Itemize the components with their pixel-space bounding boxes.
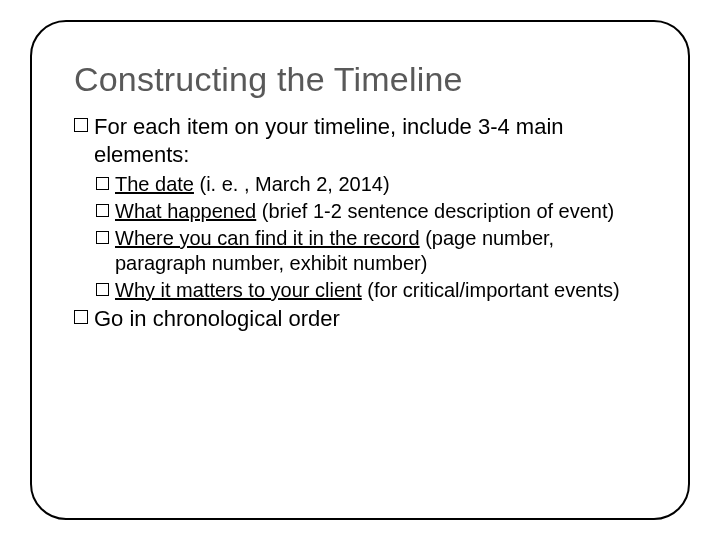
plain-text: (brief 1-2 sentence description of event… <box>256 200 614 222</box>
bullet-sub-2: What happened (brief 1-2 sentence descri… <box>96 199 646 224</box>
checkbox-icon <box>96 231 109 244</box>
checkbox-icon <box>96 283 109 296</box>
underline-text: The date <box>115 173 194 195</box>
checkbox-icon <box>74 310 88 324</box>
bullet-sub-3: Where you can find it in the record (pag… <box>96 226 646 276</box>
bullet-main-1: For each item on your timeline, include … <box>74 113 646 168</box>
bullet-main-2: Go in chronological order <box>74 305 646 333</box>
bullet-text: For each item on your timeline, include … <box>94 113 646 168</box>
underline-text: Why it matters to your client <box>115 279 362 301</box>
underline-text: Where you can find it in the record <box>115 227 420 249</box>
bullet-text: Go in chronological order <box>94 305 646 333</box>
bullet-sub-4: Why it matters to your client (for criti… <box>96 278 646 303</box>
underline-text: What happened <box>115 200 256 222</box>
plain-text: (i. e. , March 2, 2014) <box>194 173 390 195</box>
checkbox-icon <box>96 204 109 217</box>
checkbox-icon <box>96 177 109 190</box>
bullet-sub-1: The date (i. e. , March 2, 2014) <box>96 172 646 197</box>
bullet-text: What happened (brief 1-2 sentence descri… <box>115 199 646 224</box>
slide-title: Constructing the Timeline <box>74 60 646 99</box>
slide-frame: Constructing the Timeline For each item … <box>0 0 720 540</box>
bullet-text: Why it matters to your client (for criti… <box>115 278 646 303</box>
checkbox-icon <box>74 118 88 132</box>
bullet-text: Where you can find it in the record (pag… <box>115 226 646 276</box>
bullet-text: The date (i. e. , March 2, 2014) <box>115 172 646 197</box>
plain-text: (for critical/important events) <box>362 279 620 301</box>
slide-content: Constructing the Timeline For each item … <box>30 20 690 520</box>
